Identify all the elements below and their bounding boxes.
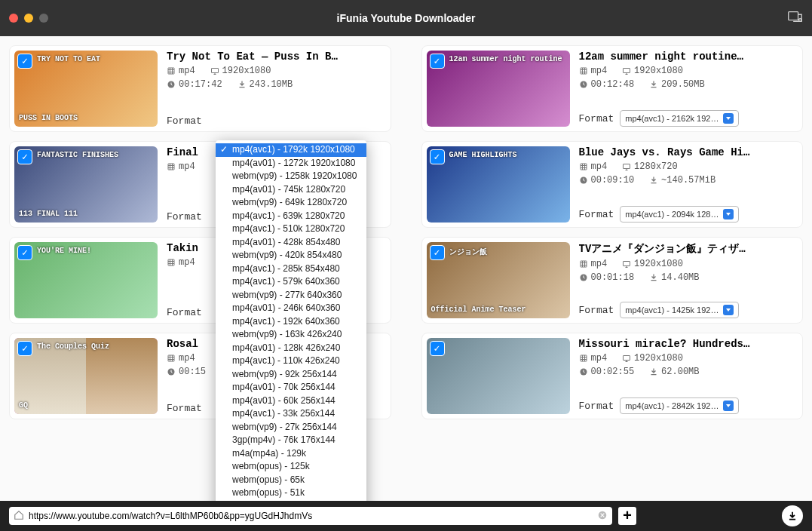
format-option[interactable]: mp4(avc1) - 639k 1280x720 [216,210,366,223]
format-option[interactable]: mp4(avc1) - 192k 640x360 [216,315,366,329]
format-label: Format [579,209,614,220]
format-option[interactable]: webm(vp9) - 649k 1280x720 [216,196,366,210]
format-option[interactable]: mp4(avc1) - 1792k 1920x1080 [216,143,366,157]
format-option[interactable]: mp4(avc1) - 285k 854x480 [216,262,366,276]
select-checkbox[interactable]: ✓ [17,149,32,164]
download-button[interactable] [782,505,803,526]
format-select-value: mp4(avc1) - 2842k 192… [625,401,719,410]
format-option[interactable]: mp4(avc1) - 33k 256x144 [216,407,366,421]
format-label: Format [579,305,614,316]
duration-value: 00:02:55 [579,367,635,377]
close-window-button[interactable] [9,14,18,23]
format-option[interactable]: mp4(av01) - 1272k 1920x1080 [216,157,366,170]
format-label: Format [167,115,202,127]
format-option[interactable]: mp4(av01) - 70k 256x144 [216,381,366,394]
url-input-container [9,507,612,525]
select-checkbox[interactable]: ✓ [430,149,445,164]
meta-row: mp41280x720 [579,161,798,172]
video-info: Blue Jays vs. Rays Game Hi…mp41280x72000… [579,146,798,223]
svg-rect-16 [168,355,174,361]
meta-row: mp41920x1080 [579,66,798,76]
video-thumbnail[interactable]: ✓TRY NOT TO EATPUSS IN BOOTS [14,51,158,127]
chevron-down-icon [723,113,734,124]
svg-rect-2 [168,68,174,74]
select-checkbox[interactable]: ✓ [430,245,445,260]
format-option[interactable]: mp4(avc1) - 110k 426x240 [216,355,366,368]
select-checkbox[interactable]: ✓ [17,341,32,356]
app-window: iFunia Youtube Downloader ✓TRY NOT TO EA… [0,0,812,531]
format-option[interactable]: webm(vp9) - 163k 426x240 [216,328,366,342]
format-select-value: mp4(avc1) - 2094k 128… [625,210,719,219]
format-option[interactable]: 3gp(mp4v) - 76k 176x144 [216,434,366,447]
format-option[interactable]: webm(vp9) - 1258k 1920x1080 [216,170,366,183]
format-option[interactable]: webm(vp9) - 420k 854x480 [216,249,366,262]
select-checkbox[interactable]: ✓ [17,245,32,260]
app-title: iFunia Youtube Downloader [337,12,476,24]
format-row: Formatmp4(avc1) - 2162k 192… [579,110,798,127]
home-icon[interactable] [14,510,24,523]
format-option[interactable]: mp4(av01) - 246k 640x360 [216,302,366,315]
video-thumbnail[interactable]: ✓The Couples QuizGQ [14,338,158,414]
format-option[interactable]: mp4(av01) - 745k 1280x720 [216,183,366,197]
format-select-value: mp4(avc1) - 2162k 192… [625,114,719,123]
thumb-overlay-text: TRY NOT TO EAT [37,55,100,63]
url-input[interactable] [29,511,593,521]
video-thumbnail[interactable]: ✓FANTASTIC FINISHES113 FINAL 111 [14,146,158,223]
format-select[interactable]: mp4(avc1) - 2162k 192… [620,110,739,127]
meta-row: 00:12:48209.50MB [579,79,798,90]
format-value: mp4 [579,259,608,269]
format-row: Formatmp4(avc1) - 1425k 192… [579,302,798,318]
select-checkbox[interactable]: ✓ [430,54,445,69]
thumb-overlay-text: 12am summer night routine [449,55,562,63]
video-title: TVアニメ『ダンジョン飯』ティザ… [579,242,798,256]
format-option[interactable]: mp4(av01) - 128k 426x240 [216,342,366,355]
format-option[interactable]: mp4(av01) - 60k 256x144 [216,394,366,408]
maximize-window-button[interactable] [39,14,48,23]
select-checkbox[interactable]: ✓ [430,341,445,356]
format-option[interactable]: webm(vp9) - 92k 256x144 [216,368,366,382]
svg-rect-13 [581,261,587,267]
video-thumbnail[interactable]: ✓12am summer night routine [427,51,570,127]
video-card: ✓ンジョン飯Official Anime TeaserTVアニメ『ダンジョン飯』… [421,237,804,324]
format-option[interactable]: webm(opus) - 51k [216,486,366,500]
format-option[interactable]: mp4(avc1) - 510k 1280x720 [216,223,366,236]
format-option[interactable]: webm(vp9) - 27k 256x144 [216,421,366,434]
format-option[interactable]: mp4(av01) - 428k 854x480 [216,236,366,250]
duration-value: 00:17:42 [167,79,222,90]
chevron-down-icon [723,401,734,411]
thumb-overlay-text: ンジョン飯 [449,247,487,257]
video-thumbnail[interactable]: ✓YOU'RE MINE! [14,242,158,318]
format-select[interactable]: mp4(avc1) - 1425k 192… [620,302,739,318]
format-select[interactable]: mp4(avc1) - 2842k 192… [620,397,739,414]
thumb-overlay-text: Official Anime Teaser [431,305,565,314]
video-info: Try Not To Eat — Puss In B…mp41920x10800… [167,51,386,127]
format-row: Formatmp4(avc1) - 2094k 128… [579,206,798,223]
svg-rect-12 [168,259,174,266]
library-icon[interactable] [786,8,803,29]
video-title: Try Not To Eat — Puss In B… [167,51,386,63]
format-dropdown-menu[interactable]: mp4(avc1) - 1792k 1920x1080mp4(av01) - 1… [216,140,366,501]
video-thumbnail[interactable]: ✓ [427,338,570,414]
svg-rect-14 [624,262,630,266]
format-option[interactable]: webm(opus) - 65k [216,474,366,487]
format-label: Format [167,403,202,414]
video-thumbnail[interactable]: ✓ンジョン飯Official Anime Teaser [427,242,570,318]
format-label: Format [579,401,614,412]
meta-row: 00:01:1814.40MB [579,272,798,283]
resolution-value: 1920x1080 [622,353,683,364]
thumb-overlay-text: FANTASTIC FINISHES [37,151,118,159]
format-option[interactable]: m4a(mp4a) - 129k [216,447,366,461]
format-option[interactable]: webm(opus) - 125k [216,460,366,474]
filesize-value: 209.50MB [649,79,705,90]
add-url-button[interactable]: + [618,507,636,525]
format-option[interactable]: m4a(mp4a) - 49k [216,500,366,502]
clear-url-icon[interactable] [597,510,608,523]
minimize-window-button[interactable] [24,14,33,23]
meta-row: 00:17:42243.10MB [167,79,386,90]
format-option[interactable]: mp4(avc1) - 579k 640x360 [216,275,366,289]
format-select[interactable]: mp4(avc1) - 2094k 128… [620,206,739,223]
thumb-overlay-text: The Couples Quiz [37,342,109,351]
video-thumbnail[interactable]: ✓GAME HIGHLIGHTS [427,146,570,223]
format-option[interactable]: webm(vp9) - 277k 640x360 [216,289,366,302]
select-checkbox[interactable]: ✓ [17,54,32,69]
